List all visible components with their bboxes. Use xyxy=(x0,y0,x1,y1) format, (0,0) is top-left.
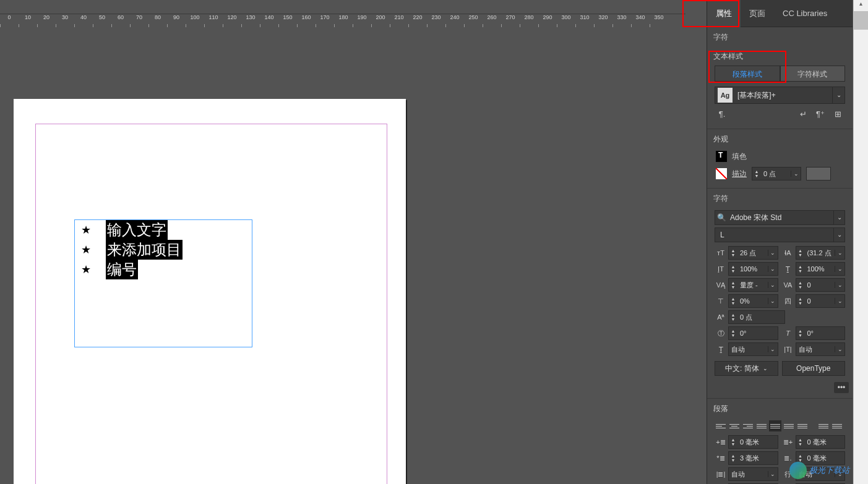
align-left-button[interactable] xyxy=(715,420,727,431)
ruler-tick: 310 xyxy=(575,14,594,27)
bullet-line[interactable]: ★输入文字 xyxy=(75,220,252,240)
lang1-icon: Ṯ xyxy=(715,346,727,354)
clear-override-icon[interactable]: ¶⁺ xyxy=(814,108,827,120)
first-indent-input[interactable]: ▲▼3 毫米 xyxy=(728,451,778,465)
aki-input[interactable]: ▲▼0⌄ xyxy=(796,294,846,308)
ruler-tick: 340 xyxy=(631,14,650,27)
section-character: 字符 🔍 Adobe 宋体 Std ⌄ L ⌄ тT ▲▼26 点⌄ ƗA ▲▼… xyxy=(707,189,853,399)
more-options-icon[interactable]: ••• xyxy=(834,382,849,393)
add-style-icon[interactable]: ⊞ xyxy=(831,108,844,120)
align-toward-spine-button[interactable] xyxy=(817,420,830,431)
document-page[interactable]: ★输入文字★来添加项目★编号 xyxy=(14,99,406,484)
ruler-tick: 240 xyxy=(445,14,464,27)
current-style-select[interactable]: Ag [基本段落]+ ⌄ xyxy=(715,87,845,104)
ruler-tick: 70 xyxy=(130,14,148,27)
ruler-tick: 90 xyxy=(167,14,186,27)
first-indent-icon: *≣ xyxy=(715,454,727,462)
tsume-input[interactable]: ▲▼0%⌄ xyxy=(728,294,778,308)
vscale-input[interactable]: ▲▼100%⌄ xyxy=(728,262,778,276)
font-family-select[interactable]: 🔍 Adobe 宋体 Std ⌄ xyxy=(715,210,845,225)
ruler-tick: 120 xyxy=(223,14,241,27)
chevron-down-icon[interactable]: ⌄ xyxy=(833,228,844,242)
tsume-icon: ⊤ xyxy=(715,297,727,305)
chevron-down-icon[interactable]: ⌄ xyxy=(833,211,844,224)
ruler-tick: 130 xyxy=(241,14,260,27)
right-indent-icon: ≣+ xyxy=(782,438,794,446)
lang1-input[interactable]: 自动⌄ xyxy=(728,342,778,356)
section-text-style: 文本样式 段落样式 字符样式 Ag [基本段落]+ ⌄ ¶. ↵ ¶⁺ ⊞ xyxy=(707,46,853,129)
align-right-button[interactable] xyxy=(742,420,754,431)
ruler-tick: 50 xyxy=(93,14,111,27)
left-indent-icon: +≣ xyxy=(715,438,727,446)
tab-properties[interactable]: 属性 xyxy=(707,0,741,27)
ruler-tick: 200 xyxy=(371,14,390,27)
bullet-star-icon: ★ xyxy=(81,223,91,237)
grid-align-icon: |≣| xyxy=(715,470,727,478)
paragraph-align-row xyxy=(711,418,849,434)
skew-icon: T xyxy=(782,329,794,337)
bullet-line[interactable]: ★来添加项目 xyxy=(75,240,252,260)
kerning-input[interactable]: ▲▼量度 -⌄ xyxy=(728,278,778,292)
right-indent-input[interactable]: ▲▼0 毫米 xyxy=(796,435,846,449)
stroke-label[interactable]: 描边 xyxy=(732,169,747,179)
ruler-tick: 230 xyxy=(427,14,445,27)
align-center-button[interactable] xyxy=(728,420,741,431)
bullet-line[interactable]: ★编号 xyxy=(75,260,252,279)
scrollbar-thumb[interactable] xyxy=(854,11,868,30)
bullet-text[interactable]: 输入文字 xyxy=(106,220,168,240)
text-style-title: 文本样式 xyxy=(711,46,849,66)
stroke-swatch-icon[interactable] xyxy=(716,168,727,179)
pilcrow-icon[interactable]: ¶. xyxy=(716,108,728,120)
baseline-input[interactable]: ▲▼0 点 xyxy=(728,310,785,324)
bullet-text[interactable]: 编号 xyxy=(106,260,138,279)
tab-cc-libraries[interactable]: CC Libraries xyxy=(774,0,836,27)
watermark-text: 极光下载站 xyxy=(809,465,849,476)
baseline-icon: Aª xyxy=(715,313,727,321)
align-away-spine-button[interactable] xyxy=(831,420,843,431)
ruler-tick: 250 xyxy=(464,14,483,27)
justify-all-button[interactable] xyxy=(796,420,809,431)
vertical-scrollbar[interactable]: ▴ xyxy=(853,0,868,484)
stroke-color-swatch[interactable] xyxy=(806,167,831,180)
ruler-tick: 10 xyxy=(19,14,37,27)
skew-input[interactable]: ▲▼0° xyxy=(796,326,846,340)
tab-pages[interactable]: 页面 xyxy=(741,0,774,27)
justify-left-button[interactable] xyxy=(755,420,768,431)
text-frame[interactable]: ★输入文字★来添加项目★编号 xyxy=(74,219,252,347)
fill-swatch-icon[interactable]: T xyxy=(716,151,727,162)
ruler-tick: 190 xyxy=(353,14,371,27)
ruler-tick: 110 xyxy=(204,14,223,27)
bullet-star-icon: ★ xyxy=(81,243,91,257)
hscale-input[interactable]: ▲▼100%⌄ xyxy=(796,262,846,276)
paragraph-style-tab[interactable]: 段落样式 xyxy=(715,66,780,82)
character-style-tab[interactable]: 字符样式 xyxy=(780,66,846,82)
tracking-input[interactable]: ▲▼0⌄ xyxy=(796,278,846,292)
lang2-input[interactable]: 自动⌄ xyxy=(796,342,846,356)
section-appearance: 外观 T 填色 描边 ▲▼ 0 点 ⌄ xyxy=(707,129,853,189)
ruler-tick: 220 xyxy=(408,14,427,27)
left-indent-input[interactable]: ▲▼0 毫米 xyxy=(728,435,778,449)
new-style-icon[interactable]: ↵ xyxy=(797,108,809,120)
stroke-weight-input[interactable]: ▲▼ 0 点 ⌄ xyxy=(752,167,801,180)
grid-align-input[interactable]: 自动⌄ xyxy=(728,467,778,481)
ruler-tick: 170 xyxy=(316,14,334,27)
justify-center-button[interactable] xyxy=(769,420,781,431)
justify-right-button[interactable] xyxy=(783,420,795,431)
ag-preview-icon: Ag xyxy=(718,88,733,103)
font-style-select[interactable]: L ⌄ xyxy=(715,227,845,242)
ruler-tick: 270 xyxy=(501,14,520,27)
leading-input[interactable]: ▲▼(31.2 点⌄ xyxy=(796,246,846,260)
bullet-text[interactable]: 来添加项目 xyxy=(106,240,183,260)
font-size-input[interactable]: ▲▼26 点⌄ xyxy=(728,246,778,260)
language-button[interactable]: 中文: 简体 ⌄ xyxy=(715,361,778,376)
search-icon: 🔍 xyxy=(715,213,728,222)
canvas-area: ★输入文字★来添加项目★编号 xyxy=(0,28,685,484)
style-dropdown-icon[interactable]: ⌄ xyxy=(832,87,844,103)
ruler-tick: 150 xyxy=(278,14,297,27)
paragraph-title: 段落 xyxy=(711,399,849,418)
hscale-icon: Ṯ xyxy=(782,265,794,273)
ruler-tick: 290 xyxy=(538,14,557,27)
char-rotate-input[interactable]: ▲▼0° xyxy=(728,326,778,340)
ruler-tick: 80 xyxy=(148,14,167,27)
opentype-button[interactable]: OpenType xyxy=(782,361,846,376)
